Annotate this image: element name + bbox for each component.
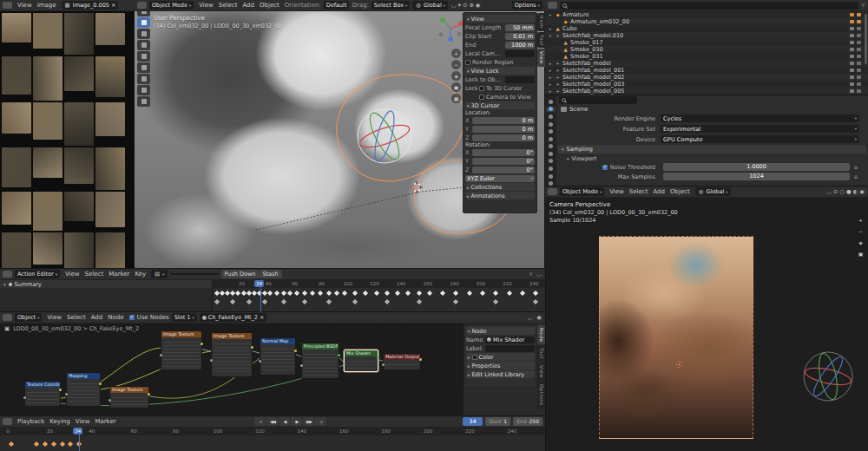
input-socket-icon[interactable] [65, 393, 68, 395]
keyframe-diamond[interactable] [247, 291, 252, 296]
tab-physics-icon[interactable] [546, 166, 556, 172]
texture-thumbnail[interactable] [33, 147, 62, 178]
keyframe-diamond[interactable] [334, 291, 339, 296]
keyframe-diamond[interactable] [352, 291, 358, 296]
keyframe-diamond[interactable] [417, 291, 422, 296]
play-button[interactable]: ▶ [291, 417, 302, 426]
menu-marker[interactable]: Marker [106, 271, 132, 278]
keyframe-diamond[interactable] [231, 299, 236, 304]
output-socket-icon[interactable] [251, 346, 253, 349]
outliner-row[interactable]: ▾+Sketchfab_model.010 [545, 32, 868, 39]
disable-render-toggle-icon[interactable] [857, 82, 861, 86]
local-camera-field[interactable] [505, 50, 535, 57]
action-datablock-selector[interactable]: ▤▾ [151, 270, 167, 278]
outliner-row[interactable]: ▸◆Armature [545, 11, 868, 18]
texture-thumbnail[interactable] [2, 147, 31, 187]
camera-view-icon[interactable]: ▣ [451, 82, 461, 92]
shader-node[interactable]: Material Output [383, 353, 421, 370]
editor-type-icon[interactable] [3, 418, 12, 425]
keyframe-region[interactable]: 20406080100120140160180200220240 34 [213, 280, 545, 312]
tab-particles-icon[interactable] [546, 159, 556, 165]
axis-value-field[interactable]: 0° [472, 167, 535, 173]
expand-icon[interactable]: ▸ [548, 88, 553, 94]
toggle-grid-icon[interactable]: ▦ [451, 94, 461, 103]
shader-node[interactable]: Mapping [66, 372, 101, 407]
overlays-toggle-icon[interactable]: ◉ [475, 2, 482, 9]
zoom-out-icon[interactable]: − [451, 60, 461, 69]
keyframe-diamond[interactable] [318, 291, 323, 296]
rotate-gizmo[interactable] [353, 105, 416, 167]
snap-magnet-icon[interactable]: ◡ [450, 2, 457, 9]
max-samples-field[interactable]: 1024 [663, 173, 850, 180]
device-dropdown[interactable]: GPU Compute▾ [661, 135, 859, 143]
texture-thumbnail[interactable] [33, 56, 62, 101]
axis-value-field[interactable]: 0 m [472, 117, 535, 124]
lock-to-object-field[interactable] [505, 76, 535, 83]
hide-viewport-toggle-icon[interactable] [850, 34, 854, 37]
editor-type-icon[interactable] [548, 2, 557, 9]
menu-view[interactable]: View [607, 188, 627, 195]
tool-transform-icon[interactable] [137, 74, 150, 84]
keyframe-diamond[interactable] [262, 291, 267, 296]
shader-node[interactable]: Principled BSDF [301, 343, 339, 379]
input-socket-icon[interactable] [23, 396, 26, 399]
action-name-field[interactable] [170, 273, 219, 275]
keyframe-diamond[interactable] [43, 441, 48, 447]
use-nodes-checkbox[interactable] [129, 315, 135, 320]
hide-viewport-toggle-icon[interactable] [850, 82, 854, 86]
shading-rendered-icon[interactable]: ◉ [858, 188, 865, 195]
stash-button[interactable]: Stash [259, 270, 281, 278]
noise-threshold-field[interactable]: 1.0000 [663, 163, 850, 171]
tab-object-data-icon[interactable] [546, 180, 556, 186]
move-view-icon[interactable]: ◈ [856, 238, 865, 247]
clip-end-field[interactable]: 1000 m [505, 42, 535, 49]
feature-set-dropdown[interactable]: Experimental▾ [661, 125, 859, 133]
jump-to-prev-keyframe-button[interactable]: ◀◀ [266, 417, 278, 426]
keyframe-diamond[interactable] [454, 299, 459, 304]
sampling-section-header[interactable]: ▾Sampling [558, 145, 866, 154]
transform-orientation-dropdown[interactable]: ◍Global▾ [695, 187, 731, 196]
texture-thumbnail[interactable] [95, 13, 125, 45]
axis-value-field[interactable]: 0° [472, 149, 535, 156]
menu-object[interactable]: Object [667, 188, 693, 195]
texture-thumbnail[interactable] [2, 56, 31, 95]
input-socket-icon[interactable] [343, 363, 345, 365]
keyframe-diamond[interactable] [262, 299, 267, 304]
menu-view[interactable]: View [44, 314, 64, 321]
node-label-field[interactable] [485, 345, 535, 352]
shading-material-icon[interactable]: ◐ [852, 188, 859, 195]
node-section-header[interactable]: ▾Node [466, 327, 535, 335]
texture-thumbnail[interactable] [2, 102, 31, 134]
keyframe-diamond[interactable] [247, 299, 252, 304]
tool-select-box-icon[interactable] [137, 17, 150, 28]
properties-section-header[interactable]: ▸Properties [466, 362, 535, 369]
output-socket-icon[interactable] [294, 350, 297, 352]
menu-select[interactable]: Select [627, 188, 651, 195]
menu-image[interactable]: Image [35, 2, 59, 9]
tab-constraints-icon[interactable] [546, 173, 556, 180]
input-socket-icon[interactable] [210, 359, 213, 362]
filter-icon[interactable]: ▿ [861, 2, 865, 9]
menu-icon[interactable]: ≡ [852, 173, 859, 180]
menu-marker[interactable]: Marker [92, 418, 118, 425]
view-section-header[interactable]: ▾View [465, 15, 535, 23]
hide-viewport-toggle-icon[interactable] [850, 27, 854, 30]
shader-node[interactable]: Texture Coordinate [24, 381, 61, 407]
panel-tab-options[interactable]: Options [537, 382, 545, 409]
disable-render-toggle-icon[interactable] [857, 69, 861, 72]
hide-viewport-toggle-icon[interactable] [850, 75, 854, 79]
jump-to-next-keyframe-button[interactable]: ▶▶ [303, 417, 314, 426]
panel-tab-node[interactable]: Node [537, 325, 545, 344]
outliner-row[interactable]: ▸+Sketchfab_model_003 [545, 81, 868, 88]
frame-end-field[interactable]: End250 [513, 417, 542, 426]
orientation-dropdown[interactable]: Default [324, 1, 350, 10]
input-socket-icon[interactable] [108, 399, 111, 402]
texture-thumbnail[interactable] [95, 56, 125, 97]
expand-icon[interactable]: ▸ [548, 82, 553, 87]
play-reverse-button[interactable]: ◀ [279, 417, 290, 426]
tool-measure-icon[interactable] [137, 96, 150, 107]
hide-viewport-toggle-icon[interactable] [850, 89, 854, 93]
texture-thumbnail[interactable] [95, 192, 125, 227]
outliner-row[interactable]: ▸+Sketchfab_model_002 [545, 74, 868, 81]
keyframe-diamond[interactable] [342, 291, 347, 296]
